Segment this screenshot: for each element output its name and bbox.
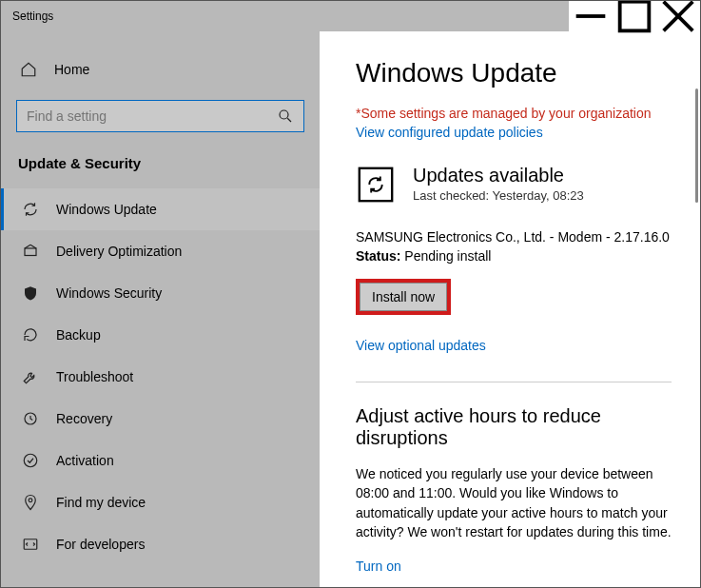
svg-rect-13 xyxy=(360,168,392,201)
svg-point-11 xyxy=(29,499,32,502)
code-icon xyxy=(22,536,39,553)
search-box[interactable] xyxy=(16,100,304,132)
sync-icon xyxy=(22,201,39,218)
install-now-button[interactable]: Install now xyxy=(360,283,447,311)
status-value: Pending install xyxy=(400,248,491,264)
svg-point-10 xyxy=(24,454,37,467)
window-title: Settings xyxy=(1,10,53,23)
sidebar-item-troubleshoot[interactable]: Troubleshoot xyxy=(1,356,320,398)
nav-label: Find my device xyxy=(56,495,146,510)
maximize-button[interactable] xyxy=(613,1,656,31)
sidebar-item-recovery[interactable]: Recovery xyxy=(1,398,320,440)
nav-label: Recovery xyxy=(56,411,112,426)
active-hours-body: We noticed you regularly use your device… xyxy=(356,464,672,541)
turn-on-link[interactable]: Turn on xyxy=(356,559,401,574)
policies-link[interactable]: View configured update policies xyxy=(356,125,672,140)
recovery-icon xyxy=(22,410,39,427)
backup-icon xyxy=(22,326,39,343)
driver-line: SAMSUNG Electronics Co., Ltd. - Modem - … xyxy=(356,229,672,245)
sidebar-item-backup[interactable]: Backup xyxy=(1,314,320,356)
search-icon xyxy=(277,108,294,125)
category-heading: Update & Security xyxy=(1,147,320,188)
nav-label: Windows Security xyxy=(56,285,162,301)
wrench-icon xyxy=(22,368,39,385)
home-icon xyxy=(20,61,37,78)
svg-line-5 xyxy=(287,118,291,122)
titlebar: Settings xyxy=(1,1,700,31)
last-checked: Last checked: Yesterday, 08:23 xyxy=(413,188,584,203)
install-highlight: Install now xyxy=(356,279,451,315)
minimize-button[interactable] xyxy=(569,1,613,31)
org-warning: *Some settings are managed by your organ… xyxy=(356,106,672,121)
separator xyxy=(356,382,672,382)
sidebar-item-windows-update[interactable]: Windows Update xyxy=(1,188,320,230)
svg-rect-1 xyxy=(620,2,650,31)
status-line: Status: Pending install xyxy=(356,248,672,264)
nav-label: Backup xyxy=(56,327,101,343)
page-title: Windows Update xyxy=(356,58,672,88)
delivery-icon xyxy=(22,243,39,260)
main-content: Windows Update *Some settings are manage… xyxy=(320,31,700,587)
sidebar: Home Update & Security Windows Update De… xyxy=(1,31,320,587)
scrollbar-thumb[interactable] xyxy=(695,88,698,203)
nav-label: Windows Update xyxy=(56,202,157,217)
sidebar-item-find-my-device[interactable]: Find my device xyxy=(1,481,320,523)
svg-rect-6 xyxy=(25,248,36,256)
sidebar-item-activation[interactable]: Activation xyxy=(1,440,320,481)
home-nav[interactable]: Home xyxy=(1,49,320,90)
status-label: Status: xyxy=(356,248,400,264)
close-button[interactable] xyxy=(656,1,700,31)
active-hours-heading: Adjust active hours to reduce disruption… xyxy=(356,405,672,449)
updates-available-title: Updates available xyxy=(413,165,584,186)
nav-label: For developers xyxy=(56,537,145,552)
location-icon xyxy=(22,494,39,511)
sidebar-item-for-developers[interactable]: For developers xyxy=(1,523,320,565)
optional-updates-link[interactable]: View optional updates xyxy=(356,338,672,353)
update-icon xyxy=(356,165,396,205)
check-circle-icon xyxy=(22,452,39,469)
nav-label: Troubleshoot xyxy=(56,369,133,384)
sidebar-item-windows-security[interactable]: Windows Security xyxy=(1,272,320,314)
nav-label: Delivery Optimization xyxy=(56,244,182,259)
sidebar-item-delivery-optimization[interactable]: Delivery Optimization xyxy=(1,230,320,272)
nav-label: Activation xyxy=(56,453,114,468)
home-label: Home xyxy=(54,62,89,77)
shield-icon xyxy=(22,284,39,302)
search-input[interactable] xyxy=(27,108,277,124)
svg-point-4 xyxy=(280,110,288,119)
window-controls xyxy=(569,1,700,31)
